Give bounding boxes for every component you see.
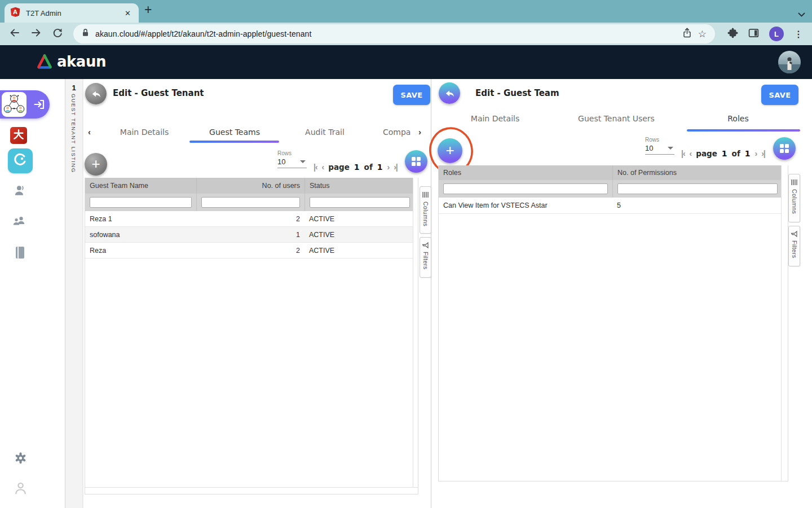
- browser-menu-kebab-icon[interactable]: ⋮: [794, 29, 803, 40]
- extensions-puzzle-icon[interactable]: [727, 28, 738, 41]
- active-tab-underline-left: [189, 141, 279, 143]
- last-page-icon[interactable]: ›|: [394, 163, 398, 172]
- tab-main-details-right[interactable]: Main Details: [461, 114, 529, 123]
- horizontal-scrollbar-track[interactable]: [85, 487, 418, 494]
- grid-view-button-left[interactable]: [405, 150, 427, 173]
- face-logo-icon: [13, 152, 28, 169]
- user-photo-avatar[interactable]: [778, 51, 801, 73]
- cell-users: 1: [196, 231, 304, 239]
- plus-icon: +: [445, 143, 454, 157]
- cell-status: ACTIVE: [304, 215, 414, 223]
- rows-per-page-select-left[interactable]: Rows 10: [277, 150, 309, 168]
- bookmark-star-icon[interactable]: ☆: [698, 28, 707, 40]
- svg-text:A: A: [13, 8, 17, 15]
- sidebar-item-journal[interactable]: [15, 246, 25, 259]
- table-row[interactable]: sofowana 1 ACTIVE: [85, 227, 418, 243]
- tab-audit-trail[interactable]: Audit Trail: [291, 128, 359, 137]
- tab-guest-teams[interactable]: Guest Teams: [201, 128, 268, 137]
- left-panel-title: Edit - Guest Tenant: [113, 88, 204, 98]
- pagination-right: |‹ ‹ page 1 of 1 › ›|: [681, 147, 765, 160]
- col-no-of-users[interactable]: No. of users: [196, 178, 304, 194]
- tab-companies-truncated[interactable]: Compa: [383, 128, 416, 137]
- sidebar-item-profile[interactable]: [14, 481, 27, 495]
- filters-side-tab-left[interactable]: Filters: [420, 237, 431, 278]
- filter-no-of-users-input[interactable]: [201, 197, 300, 208]
- prev-page-icon[interactable]: ‹: [322, 163, 324, 172]
- akaun-logo[interactable]: akaun: [36, 53, 106, 70]
- filter-row-right: [439, 180, 788, 198]
- cell-users: 2: [196, 247, 304, 255]
- table-row[interactable]: Reza 2 ACTIVE: [85, 243, 418, 259]
- sidebar-item-user[interactable]: [14, 185, 26, 196]
- col-roles[interactable]: Roles: [439, 165, 612, 180]
- grid-view-button-right[interactable]: [773, 137, 796, 160]
- back-icon[interactable]: [9, 27, 20, 41]
- new-tab-button[interactable]: +: [144, 2, 152, 17]
- columns-label: Columns: [422, 202, 429, 226]
- rows-per-page-select-right[interactable]: Rows 10: [645, 137, 677, 155]
- sidebar-item-guest-tenant-active[interactable]: [0, 90, 50, 119]
- save-button-right[interactable]: SAVE: [761, 85, 798, 105]
- vertical-scrollbar-track[interactable]: [413, 178, 418, 487]
- vertical-scrollbar-track[interactable]: [781, 165, 788, 481]
- dropdown-triangle-icon: [300, 160, 306, 163]
- tabs-scroll-right-icon[interactable]: ›: [418, 127, 421, 137]
- url-bar[interactable]: akaun.cloud/#/applet/t2t/akaun/t2t-admin…: [73, 24, 715, 43]
- total-pages: 1: [745, 149, 751, 158]
- back-button-right[interactable]: [439, 82, 460, 104]
- last-page-icon[interactable]: ›|: [761, 149, 765, 158]
- columns-side-tab-left[interactable]: Columns: [420, 186, 431, 234]
- gear-icon: [14, 452, 27, 465]
- table-row[interactable]: Reza 1 2 ACTIVE: [85, 211, 418, 227]
- browser-tab[interactable]: A T2T Admin ✕: [5, 3, 139, 23]
- tab-roles[interactable]: Roles: [704, 114, 772, 123]
- browser-profile-avatar[interactable]: L: [769, 27, 784, 41]
- add-role-button[interactable]: +: [438, 138, 462, 163]
- col-status[interactable]: Status: [304, 178, 414, 194]
- url-text[interactable]: akaun.cloud/#/applet/t2t/akaun/t2t-admin…: [95, 29, 676, 38]
- share-icon[interactable]: [682, 28, 692, 40]
- first-page-icon[interactable]: |‹: [314, 163, 317, 172]
- total-pages: 1: [377, 163, 383, 172]
- active-tab-underline-right: [687, 129, 800, 132]
- rows-value: 10: [277, 157, 285, 166]
- back-arrow-icon: [444, 88, 455, 99]
- filters-side-tab-right[interactable]: Filters: [788, 226, 800, 266]
- sidebar-item-teal-app[interactable]: [8, 148, 33, 173]
- sidebar-item-red-app[interactable]: [10, 127, 27, 144]
- columns-side-tab-right[interactable]: Columns: [788, 174, 800, 222]
- forward-icon[interactable]: [30, 27, 42, 41]
- next-page-icon[interactable]: ›: [755, 149, 757, 158]
- tab-guest-tenant-users[interactable]: Guest Tenant Users: [577, 114, 656, 123]
- sidebar-item-users-group[interactable]: [12, 216, 26, 227]
- lock-icon: [82, 28, 89, 40]
- tabs-scroll-left-icon[interactable]: ‹: [88, 127, 91, 137]
- listing-label: GUEST TENANT LISTING: [70, 94, 77, 173]
- table-row[interactable]: Can View Item for VSTECS Astar 5: [439, 198, 788, 214]
- filter-permissions-input[interactable]: [617, 183, 778, 194]
- reload-icon[interactable]: [52, 27, 63, 41]
- tab-main-details-left[interactable]: Main Details: [111, 128, 178, 137]
- browser-tab-bar: A T2T Admin ✕ +: [0, 0, 812, 23]
- tab-search-chevron-icon[interactable]: [798, 9, 805, 19]
- next-page-icon[interactable]: ›: [387, 163, 390, 172]
- columns-icon: [422, 191, 429, 199]
- sidebar-item-settings[interactable]: [14, 452, 27, 465]
- first-page-icon[interactable]: |‹: [681, 149, 685, 158]
- listing-count: 1: [65, 84, 82, 92]
- of-word: of: [732, 149, 740, 158]
- add-guest-team-button[interactable]: +: [85, 153, 107, 176]
- side-panel-icon[interactable]: [748, 28, 759, 41]
- prev-page-icon[interactable]: ‹: [690, 149, 692, 158]
- tab-close-icon[interactable]: ✕: [122, 9, 133, 17]
- save-button-left[interactable]: SAVE: [393, 85, 430, 105]
- col-no-of-permissions[interactable]: No. of Permissions: [612, 165, 782, 180]
- filter-guest-team-name-input[interactable]: [90, 197, 192, 208]
- of-word: of: [364, 163, 373, 172]
- col-guest-team-name[interactable]: Guest Team Name: [85, 178, 196, 194]
- people-icon: [12, 216, 26, 227]
- right-panel-title: Edit - Guest Team: [475, 88, 559, 98]
- filter-roles-input[interactable]: [443, 183, 608, 194]
- back-button-left[interactable]: [85, 83, 107, 104]
- filter-status-input[interactable]: [310, 197, 410, 208]
